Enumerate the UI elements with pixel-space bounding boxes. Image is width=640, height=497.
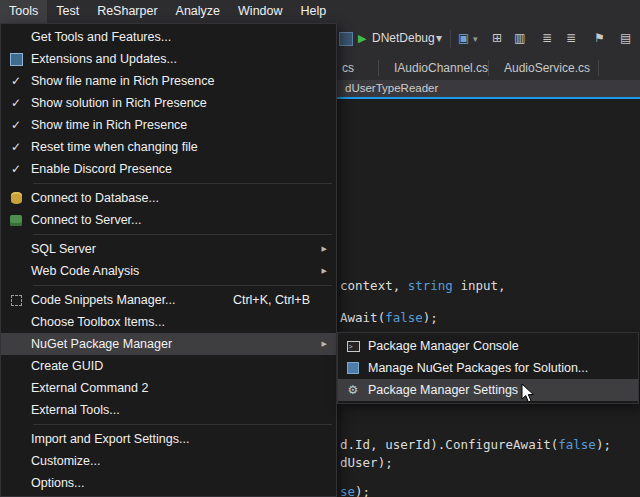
nuget-submenu: > Package Manager Console Manage NuGet P… [337,332,639,404]
tab-audioservice[interactable]: AudioService.cs [504,56,590,80]
icon-gutter: ✓ [1,140,31,154]
tab-divider [598,60,599,76]
comment-icon[interactable]: ▤ [620,31,631,45]
menu-item-external-tools[interactable]: External Tools... [1,399,336,421]
icon-gutter [338,362,368,374]
menu-item-label: Enable Discord Presence [31,162,336,176]
menu-item-label: Reset time when changing file [31,140,336,154]
code-line: context, string input, [340,278,506,293]
chevron-down-icon[interactable]: ▾ [436,31,442,45]
menu-item-choose-toolbox-items[interactable]: Choose Toolbox Items... [1,311,336,333]
tab-divider [378,60,379,76]
code-line: dUser); [340,455,393,470]
menu-item-label: NuGet Package Manager [31,337,336,351]
menu-analyze[interactable]: Analyze [167,0,229,23]
toolbar-separator [450,30,451,48]
menu-item-options[interactable]: Options... [1,472,336,494]
tab-iaudiochannel[interactable]: IAudioChannel.cs [394,56,488,80]
icon-gutter: ✓ [1,96,31,110]
menu-item-label: External Command 2 [31,381,336,395]
icon-gutter [1,295,31,306]
menu-item-show-time-rich-presence[interactable]: ✓ Show time in Rich Presence [1,114,336,136]
code-text: d.Id, userId).ConfigureAwait( [340,437,558,452]
menu-item-label: Code Snippets Manager... [31,293,233,307]
menu-separator [33,285,332,286]
menu-item-web-code-analysis[interactable]: Web Code Analysis ▶ [1,260,336,282]
tab-partial[interactable]: cs [342,56,354,80]
database-icon [11,192,22,204]
bookmark-icon[interactable]: ⚑ [594,31,605,45]
start-debug-icon[interactable]: ▶ [358,32,366,45]
icon-gutter: ✓ [1,74,31,88]
tools-menu: Get Tools and Features... Extensions and… [0,23,337,497]
chevron-down-icon[interactable]: ▾ [473,34,478,44]
code-text: context, [340,278,408,293]
code-text: ); [355,484,370,497]
menu-item-get-tools-and-features[interactable]: Get Tools and Features... [1,26,336,48]
submenu-arrow-icon: ▶ [322,245,327,253]
code-text: ); [596,437,611,452]
menu-item-reset-time-when-changing-file[interactable]: ✓ Reset time when changing file [1,136,336,158]
menubar: Tools Test ReSharper Analyze Window Help [0,0,640,23]
menu-item-label: Choose Toolbox Items... [31,315,336,329]
menu-item-package-manager-console[interactable]: > Package Manager Console [338,335,638,357]
icon-gutter [1,192,31,204]
active-document-accent [337,97,640,99]
menu-help[interactable]: Help [292,0,336,23]
check-icon: ✓ [11,118,21,132]
menu-item-show-solution-rich-presence[interactable]: ✓ Show solution in Rich Presence [1,92,336,114]
menu-item-label: Options... [31,476,336,490]
check-icon: ✓ [11,162,21,176]
menu-item-nuget-package-manager[interactable]: NuGet Package Manager ▶ [1,333,336,355]
menu-item-label: Customize... [31,454,336,468]
vs-window: context, string input, Await(false); d.I… [0,0,640,497]
code-snippets-icon [11,295,22,306]
indent-icon[interactable]: ≣ [542,31,552,45]
menu-separator [33,183,332,184]
menu-item-sql-server[interactable]: SQL Server ▶ [1,238,336,260]
menu-item-customize[interactable]: Customize... [1,450,336,472]
debug-target-icon[interactable] [339,32,353,46]
code-text: dUser); [340,455,393,470]
icon-gutter: ⚙ [338,383,368,397]
menu-item-create-guid[interactable]: Create GUID [1,355,336,377]
menu-item-manage-nuget-packages[interactable]: Manage NuGet Packages for Solution... [338,357,638,379]
tab-divider [488,60,489,76]
menu-item-enable-discord-presence[interactable]: ✓ Enable Discord Presence [1,158,336,180]
menu-item-label: SQL Server [31,242,336,256]
icon-gutter: > [338,341,368,352]
menu-item-label: Package Manager Console [368,339,638,353]
navigate-icon[interactable]: ⊞ [492,31,502,45]
menu-item-connect-to-database[interactable]: Connect to Database... [1,187,336,209]
menu-item-code-snippets-manager[interactable]: Code Snippets Manager... Ctrl+K, Ctrl+B [1,289,336,311]
code-text: Await( [340,310,385,325]
menu-item-label: Manage NuGet Packages for Solution... [368,361,638,375]
icon-gutter: ✓ [1,162,31,176]
menu-item-import-export-settings[interactable]: Import and Export Settings... [1,428,336,450]
menu-item-package-manager-settings[interactable]: ⚙ Package Manager Settings [338,379,638,401]
menu-item-extensions-and-updates[interactable]: Extensions and Updates... [1,48,336,70]
menu-item-label: External Tools... [31,403,336,417]
menu-item-external-command-2[interactable]: External Command 2 [1,377,336,399]
menu-item-label: Extensions and Updates... [31,52,336,66]
check-icon: ✓ [11,140,21,154]
menu-item-label: Show solution in Rich Presence [31,96,336,110]
menu-item-shortcut: Ctrl+K, Ctrl+B [233,293,336,307]
outdent-icon[interactable]: ≣ [566,31,576,45]
check-icon: ✓ [11,96,21,110]
menu-item-label: Connect to Database... [31,191,336,205]
menu-separator [33,234,332,235]
find-in-files-icon[interactable]: ▣ [458,31,469,45]
menu-item-connect-to-server[interactable]: Connect to Server... [1,209,336,231]
menu-item-label: Get Tools and Features... [31,30,336,44]
menu-window[interactable]: Window [229,0,291,23]
menu-tools[interactable]: Tools [0,0,47,23]
menu-resharper[interactable]: ReSharper [88,0,166,23]
menu-item-show-file-name-rich-presence[interactable]: ✓ Show file name in Rich Presence [1,70,336,92]
menu-item-label: Import and Export Settings... [31,432,336,446]
extensions-icon [10,53,23,66]
window-layout-icon[interactable]: ▥ [514,31,525,45]
menu-test[interactable]: Test [47,0,88,23]
debug-config-select[interactable]: DNetDebug [372,31,435,45]
server-icon [10,215,22,226]
